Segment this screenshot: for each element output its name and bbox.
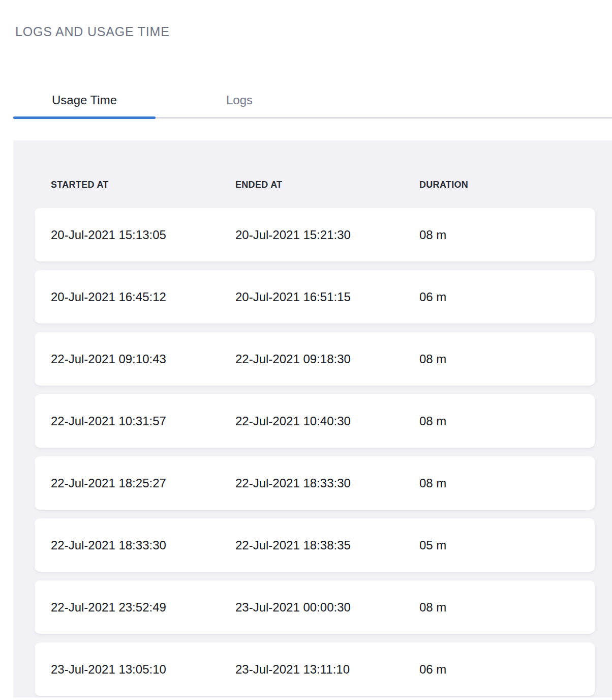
page-title: LOGS AND USAGE TIME [15,24,612,39]
table-row: 22-Jul-2021 18:33:30 22-Jul-2021 18:38:3… [35,518,595,572]
cell-duration: 08 m [419,228,595,242]
table-row: 20-Jul-2021 16:45:12 20-Jul-2021 16:51:1… [35,270,595,324]
table-row: 22-Jul-2021 10:31:57 22-Jul-2021 10:40:3… [35,394,595,448]
cell-duration: 06 m [419,290,595,304]
table-row: 23-Jul-2021 13:05:10 23-Jul-2021 13:11:1… [35,643,595,696]
tab-logs[interactable]: Logs [156,83,323,117]
cell-started-at: 22-Jul-2021 09:10:43 [51,352,235,366]
cell-started-at: 20-Jul-2021 16:45:12 [51,290,235,304]
cell-duration: 08 m [419,476,595,490]
cell-started-at: 23-Jul-2021 13:05:10 [51,662,235,677]
cell-started-at: 22-Jul-2021 18:25:27 [51,476,235,490]
cell-ended-at: 20-Jul-2021 16:51:15 [235,290,419,304]
usage-time-panel: STARTED AT ENDED AT DURATION 20-Jul-2021… [13,140,612,697]
active-tab-indicator [13,116,156,119]
cell-duration: 06 m [419,662,595,677]
cell-ended-at: 22-Jul-2021 18:33:30 [235,476,419,490]
cell-duration: 08 m [419,414,595,428]
table-row: 22-Jul-2021 18:25:27 22-Jul-2021 18:33:3… [35,456,595,510]
tab-usage-time[interactable]: Usage Time [13,83,156,117]
table-row: 22-Jul-2021 09:10:43 22-Jul-2021 09:18:3… [35,332,595,386]
column-header-ended-at: ENDED AT [235,180,419,189]
cell-duration: 05 m [419,538,595,552]
cell-started-at: 22-Jul-2021 23:52:49 [51,600,235,615]
cell-ended-at: 22-Jul-2021 09:18:30 [235,352,419,366]
cell-started-at: 22-Jul-2021 10:31:57 [51,414,235,428]
table-row: 20-Jul-2021 15:13:05 20-Jul-2021 15:21:3… [35,208,595,261]
table-header-row: STARTED AT ENDED AT DURATION [35,180,595,189]
cell-started-at: 22-Jul-2021 18:33:30 [51,538,235,552]
cell-started-at: 20-Jul-2021 15:13:05 [51,228,235,242]
tab-usage-time-label: Usage Time [52,93,117,107]
table-row: 22-Jul-2021 23:52:49 23-Jul-2021 00:00:3… [35,580,595,634]
column-header-started-at: STARTED AT [51,180,235,189]
cell-ended-at: 22-Jul-2021 10:40:30 [235,414,419,428]
tab-bar: Usage Time Logs [13,83,612,119]
cell-ended-at: 23-Jul-2021 13:11:10 [235,662,419,677]
cell-ended-at: 20-Jul-2021 15:21:30 [235,228,419,242]
cell-duration: 08 m [419,352,595,366]
tab-logs-label: Logs [226,93,253,107]
cell-ended-at: 23-Jul-2021 00:00:30 [235,600,419,615]
column-header-duration: DURATION [419,180,595,189]
table-body: 20-Jul-2021 15:13:05 20-Jul-2021 15:21:3… [13,208,612,696]
cell-duration: 08 m [419,600,595,615]
cell-ended-at: 22-Jul-2021 18:38:35 [235,538,419,552]
